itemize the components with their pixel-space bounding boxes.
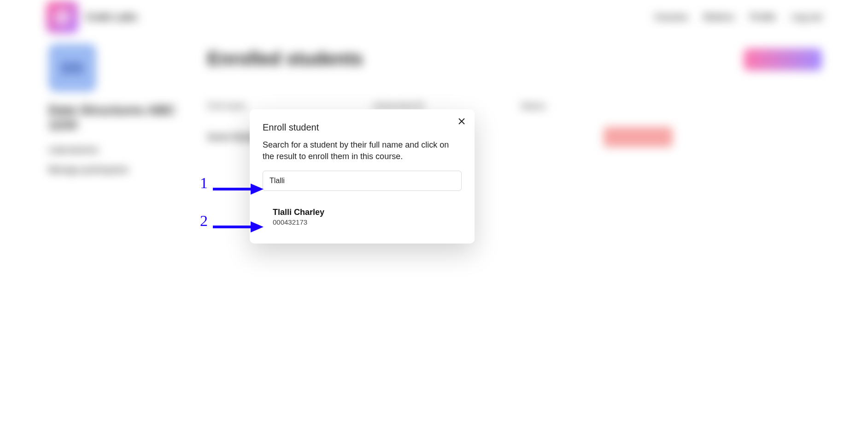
enroll-student-modal: Enroll student Search for a student by t… [250, 109, 475, 244]
arrow-icon [213, 183, 264, 196]
nav-profile[interactable]: Profile [750, 12, 776, 22]
nav-logout[interactable]: Log out [792, 12, 822, 22]
sidebar-link-participants[interactable]: Manage participants [48, 165, 191, 175]
modal-close-button[interactable] [455, 116, 468, 129]
svg-marker-5 [251, 221, 264, 232]
svg-marker-3 [251, 184, 264, 195]
app-logo [46, 1, 78, 33]
student-search-input[interactable] [263, 171, 462, 191]
brand-name: Code Labs [86, 11, 137, 23]
modal-title: Enroll student [263, 122, 462, 133]
annotation-2-label: 2 [200, 212, 208, 230]
remove-button[interactable] [604, 127, 673, 147]
col-status: Status [521, 101, 576, 111]
arrow-icon [213, 220, 264, 233]
modal-description: Search for a student by their full name … [263, 139, 462, 162]
close-icon [458, 118, 465, 126]
nav-courses[interactable]: Courses [655, 12, 688, 22]
search-result-item[interactable]: Tlalli Charley 000432173 [263, 205, 462, 231]
annotation-1-label: 1 [200, 174, 208, 192]
course-name: Data Structures ABC 1234 [48, 103, 191, 132]
course-badge: DS [48, 44, 96, 92]
result-name: Tlalli Charley [273, 208, 452, 217]
nav-rubrics[interactable]: Rubrics [704, 12, 734, 22]
page-title: Enrolled students [207, 48, 822, 69]
sidebar-link-labs[interactable]: Laboratories [48, 145, 191, 155]
result-id: 000432173 [273, 218, 452, 226]
add-student-button[interactable] [744, 48, 822, 71]
